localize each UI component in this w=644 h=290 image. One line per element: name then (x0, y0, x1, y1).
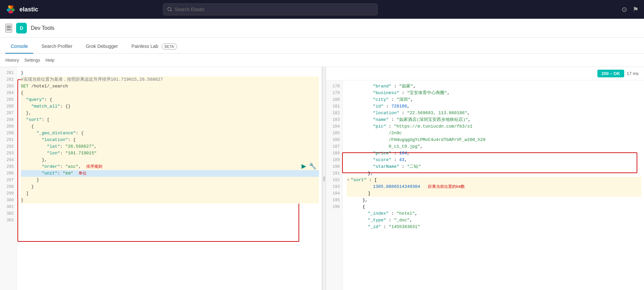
history-button[interactable]: History (5, 58, 19, 63)
response-header: 200 – OK 17 ms (326, 67, 644, 80)
code-line: } (21, 197, 319, 204)
response-line-numbers: 178 179 180 181 182 183 184 185 186 187 … (326, 80, 343, 290)
code-line: GET /hotel/_search (21, 83, 319, 90)
code-line: "_geo_distance": { (21, 130, 319, 137)
code-line: }, (21, 110, 319, 117)
tab-search-profiler[interactable]: Search Profiler (36, 40, 78, 54)
search-bar[interactable] (163, 3, 378, 15)
beta-badge: BETA (162, 44, 177, 50)
code-content[interactable]: } #实现当前位置为基准，按照距离远近升序排序101.719015,26.568… (17, 67, 322, 290)
status-badge: 200 – OK (597, 70, 624, 77)
tab-painless-lab[interactable]: Painless Lab BETA (126, 40, 182, 54)
response-line: "id" : 728180, (347, 103, 641, 110)
response-line: "_id" : "1455383031" (347, 224, 641, 230)
user-icon[interactable]: ⊙ (622, 5, 627, 13)
code-line: "query": { (21, 96, 319, 103)
help-button[interactable]: Help (45, 58, 54, 63)
panel-divider[interactable]: ‖ (322, 67, 326, 290)
response-line: /FHdugqgUgYLPMoC4u4rdTbAPrVF_w200_h20 (347, 137, 641, 143)
code-line: } (21, 184, 319, 190)
code-line: "order": "asc", 排序规则 (21, 163, 319, 170)
main-content: 281 282 283 284 285 286 287 288 289 290 … (0, 67, 644, 290)
response-line: "location" : "22.569693, 113.860186", (347, 110, 641, 117)
tab-console[interactable]: Console (5, 40, 33, 54)
response-line: "price" : 184, (347, 150, 641, 157)
response-content[interactable]: 178 179 180 181 182 183 184 185 186 187 … (326, 80, 644, 290)
response-code[interactable]: "brand" : "如家", "business" : "宝安体育中心商圈",… (343, 80, 644, 290)
app-title: Dev Tools (31, 25, 54, 31)
code-line: "match_all": {} (21, 103, 319, 110)
svg-line-11 (171, 10, 172, 11)
response-line: "_type" : "_doc", (347, 217, 641, 224)
topbar-right: ⊙ ⚑ (622, 5, 639, 13)
code-line: { (21, 123, 319, 130)
code-line: } (21, 177, 319, 184)
time-badge: 17 ms (627, 71, 639, 76)
response-line: ▾"sort" : [ (347, 177, 641, 184)
wrench-button[interactable]: 🔧 (309, 162, 316, 170)
tab-grok-debugger[interactable]: Grok Debugger (80, 40, 123, 54)
help-icon[interactable]: ⚑ (633, 5, 639, 13)
elastic-logo: elastic (5, 4, 38, 15)
svg-point-6 (11, 5, 13, 8)
app-icon: D (16, 23, 27, 33)
code-editor[interactable]: 281 282 283 284 285 286 287 288 289 290 … (0, 67, 322, 290)
editor-line-numbers: 281 282 283 284 285 286 287 288 289 290 … (0, 67, 17, 290)
svg-point-10 (168, 7, 171, 11)
code-line: }, (21, 157, 319, 163)
response-line: /2n9c (347, 130, 641, 137)
run-button[interactable]: ▶ (302, 162, 306, 170)
response-line: "business" : "宝安体育中心商圈", (347, 90, 641, 96)
editor-panel: 281 282 283 284 285 286 287 288 289 290 … (0, 67, 322, 290)
code-line: "lon": "101.719015" (21, 150, 319, 157)
response-line: "score" : 43, (347, 157, 641, 163)
response-line: ] (347, 190, 641, 197)
code-line: "lat": "26.568627", (21, 143, 319, 150)
response-line: 0_c1_t0.jpg", (347, 143, 641, 150)
settings-button[interactable]: Settings (24, 58, 40, 63)
code-line: "sort": [ (21, 117, 319, 123)
response-line: 1305.0886514349304 距离当前位置的km数 (347, 184, 641, 190)
response-line: "city" : "深圳", (347, 96, 641, 103)
response-line: "_index" : "hotel", (347, 210, 641, 217)
search-input[interactable] (175, 7, 373, 12)
elastic-text: elastic (19, 6, 38, 13)
response-line: { (347, 204, 641, 210)
response-line: }, (347, 197, 641, 204)
code-line: "location": { (21, 137, 319, 143)
hamburger-button[interactable]: ☰ (5, 24, 12, 32)
search-icon (167, 7, 172, 12)
svg-point-7 (7, 8, 10, 11)
code-line: ] (21, 190, 319, 197)
response-line: "brand" : "如家", (347, 83, 641, 90)
svg-point-9 (9, 10, 12, 13)
topbar: elastic ⊙ ⚑ (0, 0, 644, 19)
code-line-selected: "unit": "km" 单位 (21, 170, 319, 177)
response-panel: 200 – OK 17 ms 178 179 180 181 182 183 1… (326, 67, 644, 290)
tabs-bar: Console Search Profiler Grok Debugger Pa… (0, 38, 644, 54)
response-line: }, (347, 170, 641, 177)
svg-point-8 (11, 8, 14, 11)
response-line: "name" : "如家酒店(深圳宝安西乡地铁站店)", (347, 117, 641, 123)
response-line: "pic" : "https://m.tuniucdn.com/fb3/s1 (347, 123, 641, 130)
code-line: } (21, 70, 319, 76)
toolbar: History Settings Help (0, 54, 644, 67)
elastic-logo-icon (5, 4, 16, 15)
editor-actions: ▶ 🔧 (302, 162, 316, 170)
svg-point-5 (8, 5, 11, 8)
code-line: #实现当前位置为基准，按照距离远近升序排序101.719015,26.56862… (21, 76, 319, 83)
code-line: { (21, 90, 319, 96)
response-line: "starName" : "二钻" (347, 163, 641, 170)
app-header: ☰ D Dev Tools (0, 19, 644, 38)
